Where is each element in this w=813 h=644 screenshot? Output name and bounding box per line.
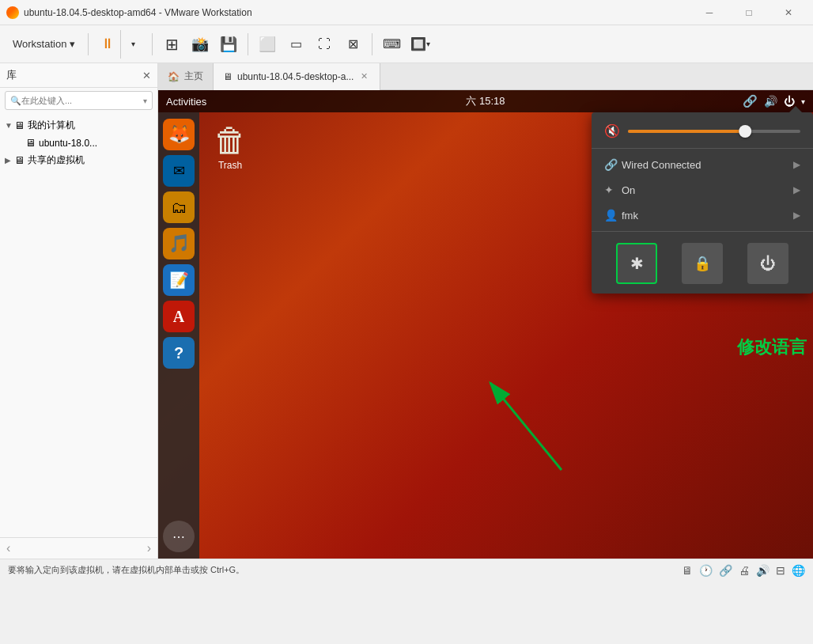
sidebar-close-button[interactable]: ✕	[142, 70, 151, 81]
ubuntu-desktop[interactable]: Activities 六 15:18 🔗 🔊 ⏻ ▾ 🦊 ✉ 🗂 🎵 📝 A ?…	[158, 90, 813, 559]
bluetooth-menu-item[interactable]: ✦ On ▶	[592, 177, 813, 203]
search-dropdown-arrow[interactable]: ▾	[143, 97, 147, 105]
close-button[interactable]: ✕	[770, 0, 807, 25]
sidebar-search-box[interactable]: 🔍 ▾	[5, 91, 153, 110]
user-arrow: ▶	[793, 210, 800, 221]
dock-thunderbird[interactable]: ✉	[163, 155, 195, 187]
dock-apps-grid[interactable]: ⋯	[163, 521, 195, 552]
usb-button[interactable]: 💾	[216, 30, 241, 59]
tab-close-button[interactable]: ✕	[358, 70, 370, 82]
volume-tray-icon[interactable]: 🔊	[764, 95, 777, 108]
vm-settings-button[interactable]: ⊞	[159, 30, 184, 59]
status-message: 要将输入定向到该虚拟机，请在虚拟机内部单击或按 Ctrl+G。	[8, 564, 244, 576]
expand-icon: ▼	[5, 121, 14, 130]
settings-action-button[interactable]: ✱	[616, 243, 657, 284]
menu-triangle	[789, 106, 802, 112]
sidebar-item-my-computer[interactable]: ▼ 🖥 我的计算机	[0, 116, 157, 134]
snapshot-button[interactable]: 📸	[187, 30, 213, 59]
bluetooth-icon: ✦	[604, 184, 622, 196]
status-volume-icon[interactable]: 🔊	[756, 564, 770, 577]
annotation-text: 修改语言	[737, 335, 807, 359]
sidebar-prev-button[interactable]: ‹	[5, 540, 12, 557]
minimize-button[interactable]: ─	[691, 0, 728, 25]
status-usb-icon[interactable]: ⊟	[776, 564, 785, 577]
tab-home-icon: 🏠	[168, 71, 180, 82]
activities-label[interactable]: Activities	[166, 96, 206, 108]
trash-label: Trash	[218, 160, 242, 171]
network-tray-icon[interactable]: 🔗	[743, 94, 758, 108]
pause-group: ⏸ ▾	[95, 30, 146, 59]
usb-icon: 💾	[220, 36, 237, 53]
sidebar-next-button[interactable]: ›	[146, 540, 153, 557]
sidebar: 库 ✕ 🔍 ▾ ▼ 🖥 我的计算机 🖥 ubuntu-18.0... ▶ 🖥 共…	[0, 63, 158, 559]
view-button[interactable]: 🔲 ▾	[407, 30, 433, 59]
shared-icon: 🖥	[14, 154, 25, 166]
pause-dropdown-arrow: ▾	[131, 40, 135, 48]
mute-icon[interactable]: 🔇	[604, 123, 620, 138]
volume-slider[interactable]	[628, 130, 800, 133]
sidebar-tree: ▼ 🖥 我的计算机 🖥 ubuntu-18.0... ▶ 🖥 共享的虚拟机	[0, 113, 157, 537]
tab-bar: 🏠 主页 🖥 ubuntu-18.04.5-desktop-a... ✕	[158, 63, 813, 90]
network-label: Wired Connected	[622, 159, 793, 171]
search-input[interactable]	[21, 96, 143, 105]
unity-button[interactable]: ⊠	[340, 30, 365, 59]
fit-window-icon: ▭	[290, 36, 302, 51]
sidebar-item-shared-vms[interactable]: ▶ 🖥 共享的虚拟机	[0, 151, 157, 169]
tab-ubuntu[interactable]: 🖥 ubuntu-18.04.5-desktop-a... ✕	[214, 63, 380, 90]
status-network-icon[interactable]: 🔗	[719, 564, 732, 577]
user-menu-item[interactable]: 👤 fmk ▶	[592, 203, 813, 228]
snapshot-icon: 📸	[191, 36, 209, 53]
tab-ubuntu-icon: 🖥	[223, 71, 233, 82]
bluetooth-arrow: ▶	[793, 184, 800, 195]
status-globe-icon[interactable]: 🌐	[792, 564, 805, 577]
dock-firefox[interactable]: 🦊	[163, 119, 195, 150]
maximize-button[interactable]: □	[731, 0, 767, 25]
dock-writer[interactable]: 📝	[163, 264, 195, 296]
dock-files[interactable]: 🗂	[163, 191, 195, 223]
status-clock-icon[interactable]: 🕐	[699, 564, 713, 577]
workstation-menu[interactable]: Workstation ▾	[6, 38, 81, 50]
status-vm-icon[interactable]: 🖥	[682, 564, 693, 577]
system-menu-popup: 🔇 🔗 Wired Connected ▶ ✦ On	[592, 112, 813, 294]
network-menu-item[interactable]: 🔗 Wired Connected ▶	[592, 152, 813, 177]
view-icon: 🔲	[410, 36, 426, 51]
pause-button[interactable]: ⏸	[95, 30, 120, 59]
console-button[interactable]: ⌨	[379, 30, 404, 59]
volume-thumb[interactable]	[739, 125, 751, 138]
fullscreen-button[interactable]: ⛶	[312, 30, 337, 59]
settings-action-icon: ✱	[630, 254, 644, 273]
pause-icon: ⏸	[100, 36, 115, 52]
status-print-icon[interactable]: 🖨	[739, 564, 750, 577]
my-computer-label: 我的计算机	[28, 119, 75, 132]
tab-home[interactable]: 🏠 主页	[158, 63, 214, 90]
system-time: 六 15:18	[466, 94, 505, 108]
power-action-button[interactable]: ⏻	[747, 243, 788, 284]
ubuntu-vm-label: ubuntu-18.0...	[39, 138, 97, 149]
dock-help[interactable]: ?	[163, 337, 195, 369]
fit-window-button[interactable]: ▭	[283, 30, 308, 59]
sidebar-item-ubuntu[interactable]: 🖥 ubuntu-18.0...	[0, 134, 157, 151]
shared-vms-label: 共享的虚拟机	[28, 153, 85, 167]
workstation-dropdown-arrow: ▾	[70, 38, 75, 50]
unity-icon: ⊠	[348, 36, 358, 51]
search-icon: 🔍	[10, 96, 21, 106]
window-title: ubuntu-18.04.5-desktop-amd64 - VMware Wo…	[24, 7, 691, 18]
toolbar-separator-3	[248, 33, 248, 55]
menu-divider-1	[592, 148, 813, 149]
computer-icon: 🖥	[14, 119, 25, 131]
expand-icon-3: ▶	[5, 156, 14, 165]
console-icon: ⌨	[383, 36, 401, 51]
toolbar-separator-2	[152, 33, 153, 55]
volume-control: 🔇	[592, 112, 813, 145]
status-right-icons: 🖥 🕐 🔗 🖨 🔊 ⊟ 🌐	[682, 564, 805, 577]
pause-dropdown-button[interactable]: ▾	[120, 30, 146, 59]
dock-rhythmbox[interactable]: 🎵	[163, 228, 195, 259]
lock-action-button[interactable]: 🔒	[682, 243, 723, 284]
trash-desktop-icon[interactable]: 🗑 Trash	[214, 122, 247, 171]
power-action-icon: ⏻	[760, 255, 776, 273]
sidebar-bottom: ‹ ›	[0, 537, 157, 559]
tray-dropdown-arrow[interactable]: ▾	[801, 97, 805, 106]
fit-guest-button[interactable]: ⬜	[255, 30, 280, 59]
svg-line-1	[490, 383, 562, 470]
dock-fonts[interactable]: A	[163, 301, 195, 332]
